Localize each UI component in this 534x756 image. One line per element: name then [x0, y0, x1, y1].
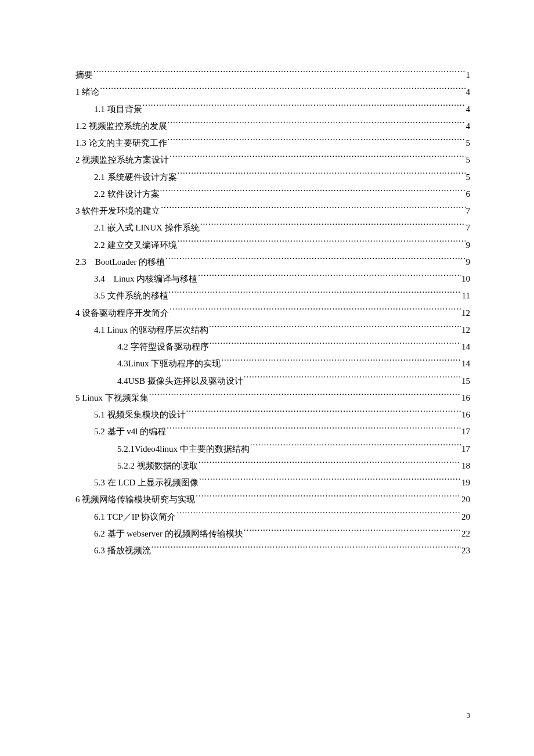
- toc-entry-page: 5: [466, 135, 471, 152]
- toc-leader-dots: [161, 205, 465, 214]
- toc-leader-dots: [178, 239, 466, 248]
- toc-entry-page: 17: [461, 441, 470, 458]
- toc-entry: 4.3Linux 下驱动程序的实现14: [75, 355, 470, 372]
- toc-entry: 5.2.2 视频数据的读取18: [75, 458, 470, 474]
- toc-entry-title: 1.3 论文的主要研究工作: [75, 135, 167, 152]
- toc-entry-page: 6: [466, 186, 471, 203]
- toc-entry-title: 6 视频网络传输模块研究与实现: [75, 491, 195, 508]
- toc-entry: 2.3 BootLoader 的移植9: [75, 254, 470, 271]
- toc-entry-title: 5.3 在 LCD 上显示视频图像: [94, 474, 199, 491]
- toc-entry-page: 7: [466, 203, 471, 219]
- toc-entry: 5.3 在 LCD 上显示视频图像19: [75, 474, 470, 491]
- toc-entry-title: 2.2 软件设计方案: [94, 186, 160, 203]
- toc-entry: 6.2 基于 webserver 的视频网络传输模块22: [75, 525, 470, 542]
- toc-entry: 2 视频监控系统方案设计5: [75, 152, 470, 168]
- toc-page: 摘要11 绪论41.1 项目背景41.2 视频监控系统的发展41.3 论文的主要…: [0, 0, 534, 559]
- toc-entry: 4.4USB 摄像头选择以及驱动设计15: [75, 373, 470, 390]
- toc-entry-title: 4.2 字符型设备驱动程序: [117, 339, 209, 355]
- toc-leader-dots: [168, 120, 466, 129]
- toc-leader-dots: [200, 222, 466, 231]
- toc-leader-dots: [244, 528, 461, 537]
- toc-leader-dots: [149, 392, 461, 401]
- toc-leader-dots: [160, 188, 466, 197]
- toc-entry-title: 6.1 TCP／IP 协议简介: [94, 509, 176, 525]
- table-of-contents: 摘要11 绪论41.1 项目背景41.2 视频监控系统的发展41.3 论文的主要…: [75, 67, 470, 559]
- toc-entry-page: 5: [466, 169, 471, 186]
- toc-entry: 3.5 文件系统的移植11: [75, 287, 470, 304]
- toc-entry-page: 14: [461, 355, 470, 372]
- toc-entry-title: 3.4 Linux 内核编译与移植: [94, 271, 197, 287]
- toc-leader-dots: [178, 171, 466, 180]
- toc-entry-title: 3 软件开发环境的建立: [75, 203, 160, 219]
- toc-leader-dots: [244, 375, 461, 384]
- toc-entry: 6.1 TCP／IP 协议简介20: [75, 509, 470, 525]
- toc-entry: 1.3 论文的主要研究工作5: [75, 135, 470, 152]
- toc-entry-page: 12: [461, 322, 470, 339]
- toc-entry-title: 2.1 嵌入式 LINUX 操作系统: [94, 219, 200, 236]
- toc-entry-page: 16: [461, 390, 470, 406]
- toc-entry: 5.2 基于 v4l 的编程17: [75, 423, 470, 440]
- toc-entry-page: 14: [461, 339, 470, 355]
- toc-entry-title: 6.2 基于 webserver 的视频网络传输模块: [94, 525, 243, 542]
- toc-entry: 4.1 Linux 的驱动程序层次结构12: [75, 322, 470, 339]
- toc-leader-dots: [169, 307, 461, 316]
- toc-entry-title: 5.2 基于 v4l 的编程: [94, 423, 166, 440]
- toc-leader-dots: [169, 154, 465, 163]
- toc-entry: 4 设备驱动程序开发简介12: [75, 305, 470, 322]
- toc-entry: 3 软件开发环境的建立7: [75, 203, 470, 219]
- toc-leader-dots: [209, 324, 461, 333]
- toc-entry-title: 2.2 建立交叉编译环境: [94, 237, 177, 254]
- toc-entry-page: 9: [466, 237, 471, 254]
- toc-leader-dots: [198, 273, 461, 282]
- toc-leader-dots: [250, 443, 461, 452]
- toc-leader-dots: [167, 426, 461, 434]
- toc-entry-page: 15: [461, 373, 470, 390]
- toc-entry-title: 5.1 视频采集模块的设计: [94, 406, 186, 423]
- toc-leader-dots: [151, 545, 461, 553]
- toc-entry-page: 20: [461, 491, 470, 508]
- toc-entry-title: 5 Linux 下视频采集: [75, 390, 149, 406]
- toc-entry-page: 18: [461, 458, 470, 474]
- toc-entry-page: 20: [461, 509, 470, 525]
- toc-entry-page: 19: [461, 474, 470, 491]
- toc-entry-title: 2.3 BootLoader 的移植: [75, 254, 165, 271]
- toc-leader-dots: [143, 103, 466, 112]
- toc-entry-title: 2 视频监控系统方案设计: [75, 152, 169, 168]
- toc-entry-title: 4.1 Linux 的驱动程序层次结构: [94, 322, 208, 339]
- toc-entry-title: 1 绪论: [75, 84, 99, 100]
- page-number: 3: [467, 711, 471, 720]
- toc-entry-page: 17: [461, 423, 470, 440]
- toc-entry: 2.1 系统硬件设计方案5: [75, 169, 470, 186]
- toc-entry: 3.4 Linux 内核编译与移植10: [75, 271, 470, 287]
- toc-entry-title: 1.1 项目背景: [94, 101, 142, 118]
- toc-entry-title: 1.2 视频监控系统的发展: [75, 118, 167, 135]
- toc-entry: 5.2.1Video4linux 中主要的数据结构17: [75, 441, 470, 458]
- toc-entry-page: 23: [461, 542, 470, 559]
- toc-leader-dots: [169, 290, 461, 298]
- toc-entry-page: 9: [466, 254, 471, 271]
- toc-entry-page: 4: [466, 84, 471, 100]
- toc-entry-title: 摘要: [75, 67, 93, 84]
- toc-leader-dots: [221, 358, 461, 366]
- toc-entry-page: 4: [466, 101, 471, 118]
- toc-entry: 1.2 视频监控系统的发展4: [75, 118, 470, 135]
- toc-leader-dots: [196, 494, 461, 502]
- toc-entry: 1.1 项目背景4: [75, 101, 470, 118]
- toc-entry-page: 5: [466, 152, 471, 168]
- toc-entry: 5.1 视频采集模块的设计16: [75, 406, 470, 423]
- toc-entry-page: 4: [466, 118, 471, 135]
- toc-entry-page: 1: [466, 67, 471, 84]
- toc-entry: 摘要1: [75, 67, 470, 84]
- toc-entry: 1 绪论4: [75, 84, 470, 100]
- toc-leader-dots: [100, 86, 465, 95]
- toc-entry-title: 2.1 系统硬件设计方案: [94, 169, 177, 186]
- toc-entry-title: 5.2.1Video4linux 中主要的数据结构: [117, 441, 250, 458]
- toc-leader-dots: [176, 511, 461, 520]
- toc-entry-page: 7: [466, 219, 471, 236]
- toc-leader-dots: [93, 69, 466, 78]
- toc-leader-dots: [210, 341, 461, 350]
- toc-leader-dots: [186, 409, 461, 417]
- toc-entry-title: 4.4USB 摄像头选择以及驱动设计: [117, 373, 243, 390]
- toc-entry-page: 16: [461, 406, 470, 423]
- toc-entry-title: 6.3 播放视频流: [94, 542, 151, 559]
